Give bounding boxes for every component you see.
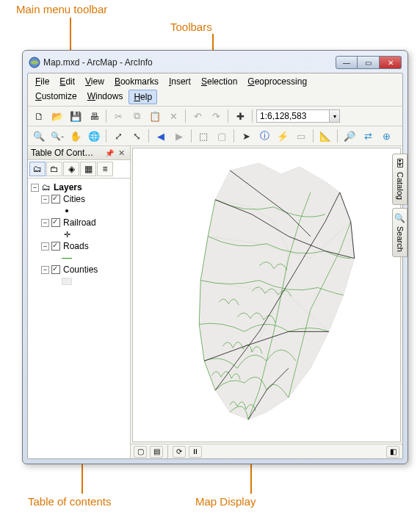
- menu-help[interactable]: Help: [128, 90, 157, 104]
- layer-checkbox[interactable]: [51, 265, 60, 274]
- save-button[interactable]: 💾: [68, 108, 84, 124]
- maximize-button[interactable]: ▭: [358, 56, 380, 69]
- scale-dropdown-icon[interactable]: ▾: [330, 109, 340, 123]
- annotation-map: Map Display: [195, 495, 256, 508]
- catalog-tab[interactable]: 🗄 Catalog: [392, 154, 408, 205]
- paste-button[interactable]: 📋: [147, 108, 163, 124]
- hyperlink-button[interactable]: ⚡: [275, 128, 291, 144]
- layer-name[interactable]: Counties: [63, 264, 98, 275]
- forward-extent-button[interactable]: ▶: [171, 128, 187, 144]
- toc-tab-options[interactable]: ≡: [97, 162, 113, 176]
- find-route-button[interactable]: ⇄: [360, 128, 376, 144]
- menu-geoprocessing[interactable]: Geoprocessing: [243, 75, 311, 88]
- app-window: Map.mxd - ArcMap - ArcInfo — ▭ ✕ File Ed…: [22, 50, 408, 464]
- main-menu-row2: Customize Windows Help: [28, 90, 402, 106]
- select-elements-button[interactable]: ➤: [238, 128, 254, 144]
- toc-tab-visibility[interactable]: ◈: [63, 162, 79, 176]
- expander-icon[interactable]: −: [41, 266, 49, 274]
- expander-icon[interactable]: −: [41, 219, 49, 227]
- layer-symbol-icon[interactable]: [62, 253, 72, 263]
- identify-button[interactable]: ⓘ: [256, 128, 272, 144]
- layer-checkbox[interactable]: [51, 242, 60, 251]
- layer-symbol-icon[interactable]: ✛: [62, 229, 72, 240]
- menu-insert[interactable]: Insert: [164, 75, 195, 88]
- menu-file[interactable]: File: [31, 75, 54, 88]
- minimize-button[interactable]: —: [336, 56, 358, 69]
- cut-button[interactable]: ✂: [110, 108, 126, 124]
- data-frame-icon: 🗂: [41, 182, 51, 192]
- select-features-button[interactable]: ⬚: [195, 128, 211, 144]
- zoom-in-button[interactable]: 🔍: [31, 128, 47, 144]
- print-button[interactable]: 🖶: [86, 108, 102, 124]
- layer-symbol-icon[interactable]: [62, 206, 72, 216]
- measure-button[interactable]: 📐: [317, 128, 333, 144]
- scale-input[interactable]: ▾: [256, 109, 340, 123]
- menu-view[interactable]: View: [81, 75, 109, 88]
- annotation-toc: Table of contents: [28, 495, 111, 508]
- titlebar[interactable]: Map.mxd - ArcMap - ArcInfo — ▭ ✕: [27, 55, 403, 73]
- layer-checkbox[interactable]: [51, 195, 60, 204]
- expander-icon[interactable]: −: [31, 184, 39, 192]
- toc-tab-drawing-order[interactable]: 🗂: [29, 162, 46, 176]
- table-of-contents: Table Of Cont… 📌 ✕ 🗂 🗀 ◈ ▦ ≡ − 🗂 Layers: [28, 146, 131, 458]
- layer-name[interactable]: Railroad: [63, 217, 96, 228]
- layer-name[interactable]: Cities: [63, 194, 85, 204]
- layout-view-button[interactable]: ▤: [150, 446, 163, 458]
- layer-checkbox[interactable]: [51, 218, 60, 227]
- expander-icon[interactable]: −: [41, 195, 49, 204]
- go-to-xy-button[interactable]: ⊕: [378, 128, 394, 144]
- pan-button[interactable]: ✋: [68, 128, 84, 144]
- copy-button[interactable]: ⧉: [128, 108, 145, 124]
- open-button[interactable]: 📂: [49, 108, 65, 124]
- layers-root[interactable]: Layers: [54, 182, 82, 192]
- pin-icon[interactable]: 📌: [103, 149, 116, 157]
- expander-icon[interactable]: −: [41, 242, 49, 251]
- search-tab[interactable]: 🔍 Search: [392, 208, 408, 257]
- fixed-zoom-in-button[interactable]: ⤢: [110, 128, 126, 144]
- clear-selection-button[interactable]: ▢: [214, 128, 230, 144]
- scale-text[interactable]: [256, 109, 330, 123]
- find-button[interactable]: 🔎: [341, 128, 358, 144]
- status-extra-button[interactable]: ◧: [386, 446, 399, 458]
- catalog-icon: 🗄: [396, 159, 405, 169]
- main-menu: File Edit View Bookmarks Insert Selectio…: [28, 73, 402, 90]
- search-icon: 🔍: [394, 213, 405, 223]
- new-button[interactable]: 🗋: [31, 108, 47, 124]
- annotation-toolbars: Toolbars: [170, 21, 212, 33]
- menu-customize[interactable]: Customize: [31, 90, 82, 104]
- pause-button[interactable]: ⏸: [189, 446, 202, 458]
- toc-close-button[interactable]: ✕: [116, 148, 127, 158]
- menu-selection[interactable]: Selection: [197, 75, 242, 88]
- standard-toolbar: 🗋 📂 💾 🖶 ✂ ⧉ 📋 ✕ ↶ ↷ ✚ ▾: [28, 106, 402, 126]
- window-title: Map.mxd - ArcMap - ArcInfo: [43, 57, 153, 68]
- data-view-button[interactable]: ▢: [134, 446, 147, 458]
- layer-name[interactable]: Roads: [63, 241, 89, 251]
- redo-button[interactable]: ↷: [208, 108, 224, 124]
- refresh-button[interactable]: ⟳: [173, 446, 186, 458]
- toc-tree[interactable]: − 🗂 Layers − Cities − Railroad ✛ − Roa: [28, 179, 130, 458]
- annotation-menu: Main menu toolbar: [16, 3, 107, 15]
- fixed-zoom-out-button[interactable]: ⤡: [128, 128, 145, 144]
- status-bar: ▢ ▤ ⟳ ⏸ ◧: [131, 444, 402, 458]
- toc-header[interactable]: Table Of Cont… 📌 ✕: [28, 146, 130, 160]
- toc-tab-source[interactable]: 🗀: [46, 162, 62, 176]
- menu-bookmarks[interactable]: Bookmarks: [110, 75, 163, 88]
- tools-toolbar: 🔍 🔍- ✋ 🌐 ⤢ ⤡ ◀ ▶ ⬚ ▢ ➤ ⓘ ⚡ ▭ 📐 🔎 ⇄ ⊕: [28, 126, 402, 145]
- undo-button[interactable]: ↶: [189, 108, 206, 124]
- toc-tab-selection[interactable]: ▦: [80, 162, 96, 176]
- map-svg: [133, 148, 400, 442]
- zoom-out-button[interactable]: 🔍-: [49, 128, 65, 144]
- layer-symbol-icon[interactable]: [62, 276, 72, 287]
- add-data-button[interactable]: ✚: [232, 108, 248, 124]
- toc-title: Table Of Cont…: [31, 148, 93, 158]
- full-extent-button[interactable]: 🌐: [86, 128, 102, 144]
- app-logo-icon: [29, 57, 40, 68]
- close-button[interactable]: ✕: [380, 56, 402, 69]
- delete-button[interactable]: ✕: [165, 108, 181, 124]
- back-extent-button[interactable]: ◀: [153, 128, 169, 144]
- html-popup-button[interactable]: ▭: [293, 128, 309, 144]
- menu-windows[interactable]: Windows: [83, 90, 128, 104]
- menu-edit[interactable]: Edit: [55, 75, 79, 88]
- map-display[interactable]: [132, 148, 401, 442]
